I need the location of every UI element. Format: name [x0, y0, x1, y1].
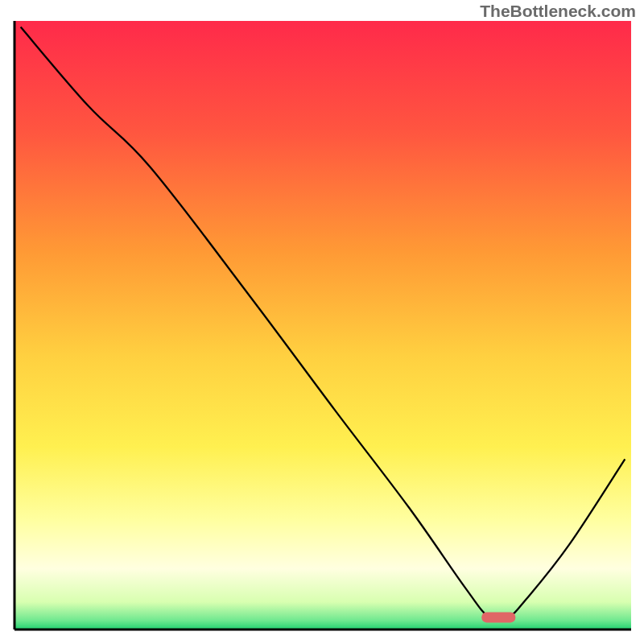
optimum-marker — [481, 612, 515, 622]
plot-background — [14, 21, 631, 630]
chart-container: TheBottleneck.com — [0, 0, 644, 644]
bottleneck-chart — [0, 0, 644, 644]
watermark-text: TheBottleneck.com — [480, 2, 636, 21]
